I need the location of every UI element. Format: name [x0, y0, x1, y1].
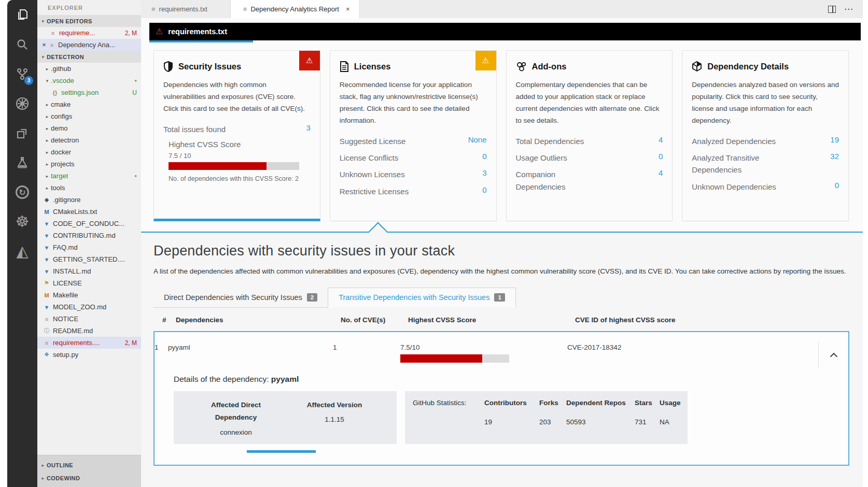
sync-icon[interactable]: ↻	[13, 183, 31, 201]
tree-item-model-zoo[interactable]: ▼ MODEL_ZOO.md	[37, 301, 141, 313]
tree-item-tools[interactable]: ▸ tools	[37, 182, 141, 194]
kubernetes-icon[interactable]: ☸	[13, 213, 31, 231]
stat-link[interactable]: 0	[482, 152, 486, 161]
tree-item-requirements[interactable]: ≡ requirements.... 2, M	[37, 337, 141, 349]
tree-item-settings-json[interactable]: {} settings.json U	[37, 87, 141, 98]
tree-item-getting-started[interactable]: ▼ GETTING_STARTED....	[37, 253, 141, 265]
explorer-icon[interactable]	[13, 6, 31, 24]
dependency-row-pyyaml[interactable]: 1 pyyaml 1 7.5/10 CVE-2017-18342	[155, 332, 848, 375]
forks-value: 203	[539, 418, 566, 426]
tree-item-install[interactable]: ▼ INSTALL.md	[37, 265, 141, 277]
collapse-row-button[interactable]	[818, 342, 848, 367]
codewind-header[interactable]: ▸ CODEWIND	[37, 471, 141, 484]
shield-icon	[163, 61, 173, 72]
card-title-row: Dependency Details	[692, 61, 839, 72]
tab-transitive-dependencies[interactable]: Transitive Dependencies with Security Is…	[328, 288, 516, 308]
orange-warning-badge: ⚠	[475, 51, 496, 70]
close-icon[interactable]: ×	[40, 41, 48, 49]
close-icon[interactable]: ×	[346, 5, 350, 13]
tree-item-detectron[interactable]: ▸ detectron	[37, 134, 141, 146]
divider-line	[141, 232, 863, 233]
tree-item-github[interactable]: ▸ .github	[37, 63, 141, 75]
git-status: 2, M	[125, 339, 137, 347]
tree-item-readme[interactable]: ⓘ README.md	[37, 325, 141, 337]
file-lines-icon: ≡	[49, 30, 57, 36]
tab-dependency-analytics-report[interactable]: ≡ Dependency Analytics Report ×	[231, 0, 360, 18]
tree-item-target[interactable]: ▸ target ●	[37, 170, 141, 182]
card-licenses[interactable]: ⚠ Licenses Recommended license for your …	[330, 50, 497, 221]
project-header-detectron[interactable]: ▾ DETECTRON	[37, 51, 141, 63]
activity-bar: 3 ↻ ☸ ◭	[7, 0, 37, 487]
tab-requirements-txt[interactable]: ≡ requirements.txt	[141, 0, 231, 18]
tree-item-makefile[interactable]: M Makefile	[37, 289, 141, 301]
markdown-icon: ▼	[43, 256, 51, 263]
stat-row: Usage Outliers 0	[516, 152, 663, 164]
row-index: 1	[155, 342, 168, 351]
tree-item-configs[interactable]: ▸ configs	[37, 110, 141, 122]
tree-item-code-of-conduct[interactable]: ▼ CODE_OF_CONDUC...	[37, 218, 141, 230]
tree-item-license[interactable]: ⚑ LICENSE	[37, 277, 141, 289]
cmake-icon: M	[43, 209, 51, 215]
section-title: Dependencies with security issues in you…	[153, 243, 850, 259]
stat-link[interactable]: 19	[830, 135, 839, 144]
chevron-down-icon: ▾	[44, 78, 51, 83]
dependency-analytics-webview: ⚠ requirements.txt ⚠ Security Issues Dep…	[141, 18, 863, 487]
extensions-icon[interactable]	[13, 124, 31, 142]
tree-item-faq[interactable]: ▼ FAQ.md	[37, 241, 141, 253]
stat-link[interactable]: 4	[659, 135, 663, 144]
red-warning-badge: ⚠	[299, 51, 320, 70]
tree-item-demo[interactable]: ▸ demo	[37, 122, 141, 134]
stat-link[interactable]: 0	[659, 152, 663, 161]
editor-actions: ⋯	[828, 0, 863, 18]
tree-item-vscode[interactable]: ▾ .vscode ●	[37, 75, 141, 87]
expanded-dependency-panel: 1 pyyaml 1 7.5/10 CVE-2017-18342	[153, 331, 849, 466]
tree-item-projects[interactable]: ▸ projects	[37, 158, 141, 170]
warning-triangle-icon: ⚠	[482, 56, 489, 65]
card-security-issues[interactable]: ⚠ Security Issues Dependencies with high…	[153, 50, 320, 221]
add-ons-icon	[516, 61, 527, 72]
stat-link[interactable]: 32	[830, 152, 839, 161]
sync-glyph: ↻	[16, 185, 29, 199]
outline-header[interactable]: ▸ OUTLINE	[37, 459, 141, 471]
sidebar-bottom-sections: ▸ OUTLINE ▸ CODEWIND	[37, 455, 141, 487]
tree-item-contributing[interactable]: ▼ CONTRIBUTING.md	[37, 230, 141, 241]
git-status: U	[132, 89, 137, 96]
open-editors-header[interactable]: ▾ OPEN EDITORS	[37, 15, 141, 27]
cvss-progress-fill	[400, 354, 482, 363]
license-icon: ⚑	[43, 280, 51, 287]
affected-version-value: 1.1.15	[296, 416, 373, 423]
open-editor-requirements[interactable]: ≡ requireme... 2, M	[37, 27, 141, 39]
chevron-right-icon: ▸	[39, 476, 47, 481]
json-icon: {}	[51, 90, 59, 96]
tab-direct-dependencies[interactable]: Direct Dependencies with Security Issues…	[153, 288, 328, 307]
chevron-up-icon	[830, 352, 837, 360]
tree-item-cmake[interactable]: ▸ cmake	[37, 98, 141, 110]
stat-link[interactable]: None	[468, 135, 487, 144]
no-bug-icon[interactable]	[13, 95, 31, 112]
stat-link[interactable]: 4	[659, 168, 663, 177]
stat-link[interactable]: 0	[482, 185, 486, 194]
tree-item-setup-py[interactable]: ❖ setup.py	[37, 349, 141, 361]
tree-item-cmakelists[interactable]: M CMakeLists.txt	[37, 206, 141, 218]
split-editor-icon[interactable]	[828, 6, 836, 13]
details-boxes: Affected Direct Dependency connexion Aff…	[174, 391, 848, 444]
cvss-block: Highest CVSS Score 7.5 / 10 No. of depen…	[169, 140, 311, 184]
total-issues-link[interactable]: 3	[306, 123, 310, 132]
more-actions-icon[interactable]: ⋯	[844, 7, 853, 12]
card-dependency-details[interactable]: Dependency Details Dependencies analyzed…	[682, 50, 849, 221]
details-title: Details of the dependency: pyyaml	[174, 375, 848, 384]
affected-dependency-box: Affected Direct Dependency connexion Aff…	[174, 391, 397, 444]
tree-item-notice[interactable]: ≡ NOTICE	[37, 313, 141, 325]
card-add-ons[interactable]: Add-ons Complementary dependencies that …	[506, 50, 673, 221]
tree-item-docker[interactable]: ▸ docker	[37, 146, 141, 158]
tree-item-gitignore[interactable]: ◆ .gitignore	[37, 194, 141, 206]
stat-link[interactable]: 3	[482, 168, 486, 177]
azure-icon[interactable]: ◭	[13, 242, 31, 260]
open-editor-dependency-report[interactable]: × ≡ Dependency Ana...	[37, 39, 141, 51]
search-icon[interactable]	[13, 36, 31, 53]
stat-link[interactable]: 0	[835, 181, 839, 190]
github-statistics-label: GitHub Statistics:	[413, 399, 484, 407]
card-title-row: Licenses	[340, 61, 487, 72]
test-flask-icon[interactable]	[13, 154, 31, 171]
source-control-icon[interactable]: 3	[13, 65, 31, 83]
